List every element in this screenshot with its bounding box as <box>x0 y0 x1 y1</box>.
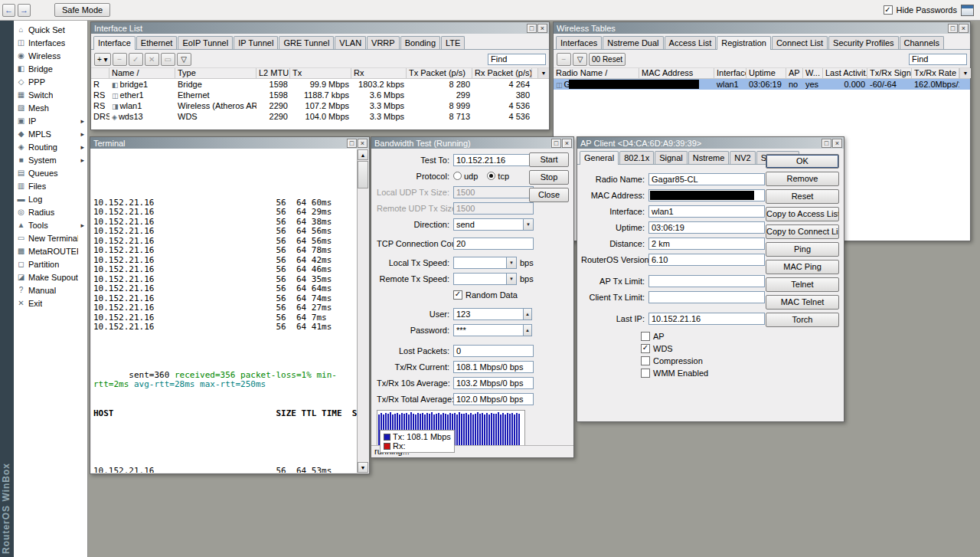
chevron-down-icon[interactable]: ▼ <box>524 218 534 231</box>
column-header[interactable]: Tx Packet (p/s) <box>407 68 472 78</box>
direction-select[interactable]: send <box>453 218 524 231</box>
sidebar-item[interactable]: ◧ Bridge ▸ <box>14 62 87 75</box>
tab[interactable]: Security Profiles <box>828 36 898 49</box>
close-icon[interactable]: × <box>358 139 368 148</box>
sidebar-item[interactable]: ◪ Make Supout.rif ▸ <box>14 270 87 283</box>
action-button[interactable]: Start <box>529 152 569 167</box>
reset-button[interactable]: 00 Reset <box>589 53 626 66</box>
checkbox-row[interactable]: AP <box>641 330 708 342</box>
action-button[interactable]: MAC Telnet <box>766 295 839 310</box>
tab[interactable]: IP Tunnel <box>234 36 278 49</box>
column-header[interactable]: Last Activit... <box>823 68 867 78</box>
table-row[interactable]: R ◧bridge1 Bridge 1598 99.9 Mbps 1803.2 … <box>91 79 549 90</box>
restore-icon[interactable]: □ <box>948 24 958 33</box>
action-button[interactable]: Close <box>529 188 569 202</box>
tab[interactable]: GRE Tunnel <box>279 36 334 49</box>
close-icon[interactable]: × <box>562 139 572 148</box>
column-header[interactable]: Type <box>175 68 256 78</box>
sidebar-item[interactable]: ◆ MPLS ▸ <box>14 127 87 140</box>
terminal-scrollbar[interactable]: ▲ ▼ <box>357 149 368 473</box>
sidebar-item[interactable]: ◫ Interfaces ▸ <box>14 36 87 49</box>
checkbox[interactable] <box>641 369 650 378</box>
tab[interactable]: VRRP <box>367 36 400 49</box>
sidebar-item[interactable]: ◉ Wireless ▸ <box>14 49 87 62</box>
bandwidth-test-titlebar[interactable]: Bandwidth Test (Running) □ × <box>371 137 573 149</box>
sidebar-item[interactable]: ▣ IP ▸ <box>14 114 87 127</box>
toolbar-button[interactable]: − <box>557 53 571 66</box>
toolbar-button[interactable]: − <box>113 53 127 66</box>
udp-radio[interactable] <box>453 172 462 180</box>
safe-mode-button[interactable]: Safe Mode <box>54 3 110 17</box>
toolbar-button[interactable]: ▽ <box>573 53 587 66</box>
field-value[interactable]: 6.10 <box>648 254 765 266</box>
checkbox-row[interactable]: WMM Enabled <box>641 367 708 378</box>
toolbar-button[interactable]: ▽ <box>177 53 191 66</box>
toolbar-button[interactable]: ✓ <box>129 53 143 66</box>
field-value[interactable]: 2 km <box>648 238 765 250</box>
action-button[interactable]: Torch <box>766 313 839 327</box>
chevron-down-icon[interactable]: ▼ <box>507 273 517 285</box>
column-selector-icon[interactable]: ▼ <box>959 68 971 78</box>
column-header[interactable]: Tx/Rx Signal ... <box>867 68 912 78</box>
terminal-titlebar[interactable]: Terminal □ × <box>90 137 369 149</box>
action-button[interactable]: Reset <box>766 189 839 204</box>
toolbar-button[interactable]: + ▾ <box>94 53 111 66</box>
tcp-connection-count-input[interactable]: 20 <box>453 238 534 250</box>
scroll-thumb[interactable] <box>358 161 368 188</box>
tab[interactable]: Nstreme <box>688 151 730 164</box>
table-row[interactable]: DRS ◈wds13 WDS 2290 104.0 Mbps 3.3 Mbps … <box>91 111 549 122</box>
action-button[interactable]: Copy to Access List <box>766 207 839 221</box>
tab[interactable]: Registration <box>717 36 771 50</box>
ap-client-titlebar[interactable]: AP Client <D4:CA:6D:A9:39:39> □ × <box>577 137 844 149</box>
tab[interactable]: Interface <box>93 36 136 50</box>
checkbox[interactable] <box>641 332 650 341</box>
tcp-radio[interactable] <box>487 172 495 180</box>
sidebar-item[interactable]: ▥ Files ▸ <box>14 179 87 192</box>
scroll-up-icon[interactable]: ▲ <box>358 149 368 160</box>
tab[interactable]: Bonding <box>400 36 440 49</box>
sidebar-item[interactable]: ▬ Log ▸ <box>14 192 87 205</box>
checkbox-row[interactable]: Compression <box>641 355 708 366</box>
sidebar-item[interactable]: ▤ Queues ▸ <box>14 166 87 179</box>
sidebar-item[interactable]: ◎ Radius ▸ <box>14 205 87 218</box>
checkbox[interactable] <box>641 344 650 353</box>
column-header[interactable]: L2 MTU <box>256 68 290 78</box>
password-input[interactable]: *** <box>453 324 524 336</box>
sidebar-item[interactable]: ? Manual ▸ <box>14 283 87 297</box>
interface-list-titlebar[interactable]: Interface List □ × <box>91 22 549 34</box>
checkbox[interactable] <box>641 356 650 365</box>
tab[interactable]: VLAN <box>335 36 366 49</box>
sidebar-item[interactable]: ▦ Switch ▸ <box>14 88 87 101</box>
close-icon[interactable]: × <box>959 24 969 33</box>
tab[interactable]: Nstreme Dual <box>603 36 663 49</box>
tab[interactable]: Interfaces <box>556 36 602 49</box>
table-row[interactable]: RS ◨wlan1 Wireless (Atheros AR9... 2290 … <box>91 100 549 111</box>
close-icon[interactable]: × <box>832 139 842 148</box>
column-header[interactable]: W... <box>803 68 823 78</box>
column-header[interactable]: MAC Address <box>639 68 714 78</box>
find-input[interactable]: Find <box>488 54 546 65</box>
field-value[interactable] <box>648 291 765 303</box>
field-value[interactable]: 03:06:19 <box>648 221 765 234</box>
local-tx-speed-input[interactable] <box>453 257 507 269</box>
field-value[interactable]: 10.152.21.16 <box>648 313 765 325</box>
table-row[interactable]: RS ◫ether1 Ethernet 1598 1188.7 kbps 3.6… <box>91 90 549 100</box>
tab[interactable]: Channels <box>900 36 944 49</box>
sidebar-item[interactable]: ■ System ▸ <box>14 153 87 166</box>
column-header[interactable]: Rx <box>351 68 407 78</box>
wireless-tables-titlebar[interactable]: Wireless Tables □ × <box>554 22 970 34</box>
forward-icon[interactable]: → <box>18 4 31 17</box>
sidebar-item[interactable]: ▭ New Terminal ▸ <box>14 231 87 244</box>
terminal-output[interactable]: 10.152.21.16 56 64 60ms10.152.21.16 56 6… <box>91 149 357 473</box>
column-header[interactable]: Uptime <box>746 68 786 78</box>
column-header[interactable]: Interface <box>714 68 746 78</box>
sidebar-item[interactable]: ✕ Exit ▸ <box>14 297 87 310</box>
toolbar-button[interactable]: ▭ <box>161 53 175 66</box>
sidebar-item[interactable]: ◇ PPP ▸ <box>14 75 87 88</box>
column-header[interactable]: Radio Name / <box>554 68 639 78</box>
column-header[interactable] <box>91 68 109 78</box>
expand-up-icon[interactable]: ▲ <box>524 308 532 320</box>
restore-icon[interactable]: □ <box>551 139 561 148</box>
restore-icon[interactable]: □ <box>527 24 537 33</box>
sidebar-item[interactable]: ▩ MetaROUTER ▸ <box>14 244 87 257</box>
